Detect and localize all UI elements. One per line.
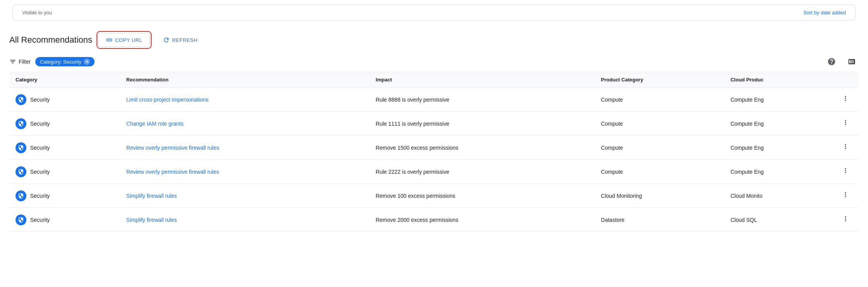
recommendation-link-0[interactable]: Limit cross-project impersonations [126,97,208,103]
more-actions-button-4[interactable] [839,189,852,202]
more-actions-button-0[interactable] [839,93,852,106]
cloud-product-cell-5: Cloud SQL [724,208,832,232]
impact-cell-0: Rule 8888 is overly permissive [370,88,595,112]
cloud-product-cell-1: Compute Eng [724,112,832,136]
help-button[interactable] [825,55,839,69]
impact-cell-1: Rule 1111 is overly permissive [370,112,595,136]
filter-icon [9,58,16,65]
category-label-0: Security [30,97,50,103]
recommendation-cell-5[interactable]: Simplify firewall rules [120,208,370,232]
recommendation-cell-1[interactable]: Change IAM role grants [120,112,370,136]
product-category-cell-3: Compute [595,160,724,184]
refresh-button[interactable]: REFRESH [156,33,205,47]
refresh-label: REFRESH [172,37,198,43]
category-label-1: Security [30,121,50,127]
recommendation-cell-0[interactable]: Limit cross-project impersonations [120,88,370,112]
category-label-2: Security [30,145,50,151]
cloud-product-cell-0: Compute Eng [724,88,832,112]
more-actions-cell-0[interactable] [832,88,859,112]
category-security-chip[interactable]: Category: Security ✕ [35,57,95,66]
chip-label: Category: Security [40,59,81,65]
category-cell-0: Security [9,88,120,112]
table-row: Security Review overly permissive firewa… [9,136,859,160]
filter-button[interactable]: Filter [9,58,31,65]
col-actions [832,72,859,88]
refresh-icon [163,36,170,43]
more-actions-button-5[interactable] [839,213,852,226]
recommendation-link-3[interactable]: Review overly permissive firewall rules [126,169,219,175]
more-actions-cell-2[interactable] [832,136,859,160]
product-category-cell-5: Datastore [595,208,724,232]
category-cell-1: Security [9,112,120,136]
table-row: Security Simplify firewall rules Remove … [9,208,859,232]
security-icon-4 [16,190,26,201]
impact-cell-4: Remove 100 excess permissions [370,184,595,208]
recommendation-link-4[interactable]: Simplify firewall rules [126,193,177,199]
table-row: Security Review overly permissive firewa… [9,160,859,184]
table-row: Security Change IAM role grants Rule 111… [9,112,859,136]
security-icon-5 [16,214,26,225]
col-impact: Impact [370,72,595,88]
chip-close-button[interactable]: ✕ [84,59,90,65]
page-title: All Recommendations [9,35,92,45]
more-actions-button-1[interactable] [839,117,852,130]
recommendation-link-1[interactable]: Change IAM role grants [126,121,184,127]
more-actions-cell-3[interactable] [832,160,859,184]
cloud-product-cell-3: Compute Eng [724,160,832,184]
security-icon-0 [16,94,26,105]
link-icon [106,36,113,43]
product-category-cell-0: Compute [595,88,724,112]
product-category-cell-4: Cloud Monitoring [595,184,724,208]
recommendation-cell-4[interactable]: Simplify firewall rules [120,184,370,208]
table-row: Security Limit cross-project impersonati… [9,88,859,112]
sort-by-date-link[interactable]: Sort by date added [803,10,846,16]
more-actions-button-2[interactable] [839,141,852,154]
copy-url-label: COPY URL [115,37,142,43]
more-actions-cell-5[interactable] [832,208,859,232]
category-label-5: Security [30,217,50,223]
more-actions-button-3[interactable] [839,165,852,178]
col-product-category: Product Category [595,72,724,88]
security-icon-1 [16,118,26,129]
impact-cell-2: Remove 1500 excess permissions [370,136,595,160]
cloud-product-cell-4: Cloud Monito [724,184,832,208]
recommendation-link-2[interactable]: Review overly permissive firewall rules [126,145,219,151]
help-icon [827,57,836,66]
category-cell-5: Security [9,208,120,232]
view-columns-icon [847,57,856,66]
table-header-row: Category Recommendation Impact Product C… [9,72,859,88]
impact-cell-5: Remove 2000 excess permissions [370,208,595,232]
category-cell-2: Security [9,136,120,160]
filter-label: Filter [19,59,31,65]
copy-url-button[interactable]: COPY URL [98,33,150,47]
category-label-4: Security [30,193,50,199]
product-category-cell-2: Compute [595,136,724,160]
visible-label: Visible to you [22,10,52,16]
view-columns-button[interactable] [845,55,859,69]
category-cell-3: Security [9,160,120,184]
security-icon-2 [16,142,26,153]
col-recommendation: Recommendation [120,72,370,88]
impact-cell-3: Rule 2222 is overly permissive [370,160,595,184]
col-cloud-product: Cloud Produc [724,72,832,88]
category-cell-4: Security [9,184,120,208]
security-icon-3 [16,166,26,177]
more-actions-cell-4[interactable] [832,184,859,208]
cloud-product-cell-2: Compute Eng [724,136,832,160]
recommendations-table: Category Recommendation Impact Product C… [9,72,859,232]
recommendation-cell-3[interactable]: Review overly permissive firewall rules [120,160,370,184]
product-category-cell-1: Compute [595,112,724,136]
category-label-3: Security [30,169,50,175]
col-category: Category [9,72,120,88]
recommendation-cell-2[interactable]: Review overly permissive firewall rules [120,136,370,160]
table-row: Security Simplify firewall rules Remove … [9,184,859,208]
recommendation-link-5[interactable]: Simplify firewall rules [126,217,177,223]
more-actions-cell-1[interactable] [832,112,859,136]
